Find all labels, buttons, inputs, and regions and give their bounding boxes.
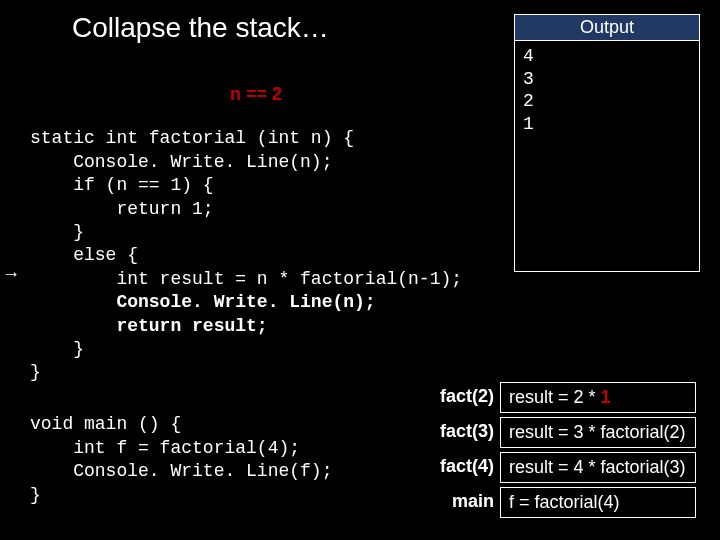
output-line: 2 xyxy=(523,90,691,113)
stack-text: f = factorial(4) xyxy=(509,492,620,512)
stack-row: fact(2) result = 2 * 1 xyxy=(438,382,696,413)
stack-row: fact(4) result = 4 * factorial(3) xyxy=(438,452,696,483)
code-line: int result = n * factorial(n-1); xyxy=(30,269,462,289)
stack-frame-content: result = 4 * factorial(3) xyxy=(500,452,696,483)
output-line: 1 xyxy=(523,113,691,136)
code-line: Console. Write. Line(n); xyxy=(30,292,376,312)
code-line: else { xyxy=(30,245,138,265)
code-line: } xyxy=(30,362,41,382)
call-stack: fact(2) result = 2 * 1 fact(3) result = … xyxy=(438,382,696,522)
stack-text: result = 3 * factorial(2) xyxy=(509,422,686,442)
arrow-icon: → xyxy=(2,264,20,285)
stack-highlight: 1 xyxy=(601,387,611,407)
code-line: return 1; xyxy=(30,199,214,219)
code-line: Console. Write. Line(n); xyxy=(30,152,332,172)
output-line: 3 xyxy=(523,68,691,91)
stack-frame-label: main xyxy=(438,487,500,518)
stack-frame-label: fact(3) xyxy=(438,417,500,448)
code-line: if (n == 1) { xyxy=(30,175,214,195)
stack-frame-label: fact(2) xyxy=(438,382,500,413)
stack-frame-content: result = 3 * factorial(2) xyxy=(500,417,696,448)
output-panel: Output 4 3 2 1 xyxy=(514,14,700,272)
stack-text: result = 4 * factorial(3) xyxy=(509,457,686,477)
code-line: Console. Write. Line(f); xyxy=(30,461,332,481)
output-line: 4 xyxy=(523,45,691,68)
stack-row: fact(3) result = 3 * factorial(2) xyxy=(438,417,696,448)
code-line: static int factorial (int n) { xyxy=(30,128,354,148)
code-line: } xyxy=(30,339,84,359)
output-header: Output xyxy=(515,15,699,41)
stack-frame-content: f = factorial(4) xyxy=(500,487,696,518)
code-line: } xyxy=(30,485,41,505)
stack-frame-content: result = 2 * 1 xyxy=(500,382,696,413)
code-line: return result; xyxy=(30,316,268,336)
code-main: void main () { int f = factorial(4); Con… xyxy=(30,390,332,507)
code-factorial: static int factorial (int n) { Console. … xyxy=(30,104,462,385)
stack-text: result = 2 * xyxy=(509,387,601,407)
code-line: void main () { xyxy=(30,414,181,434)
code-line: } xyxy=(30,222,84,242)
code-line: int f = factorial(4); xyxy=(30,438,300,458)
slide-title: Collapse the stack… xyxy=(72,12,329,44)
n-condition: n == 2 xyxy=(230,84,282,105)
stack-frame-label: fact(4) xyxy=(438,452,500,483)
output-body: 4 3 2 1 xyxy=(515,41,699,271)
stack-row: main f = factorial(4) xyxy=(438,487,696,518)
